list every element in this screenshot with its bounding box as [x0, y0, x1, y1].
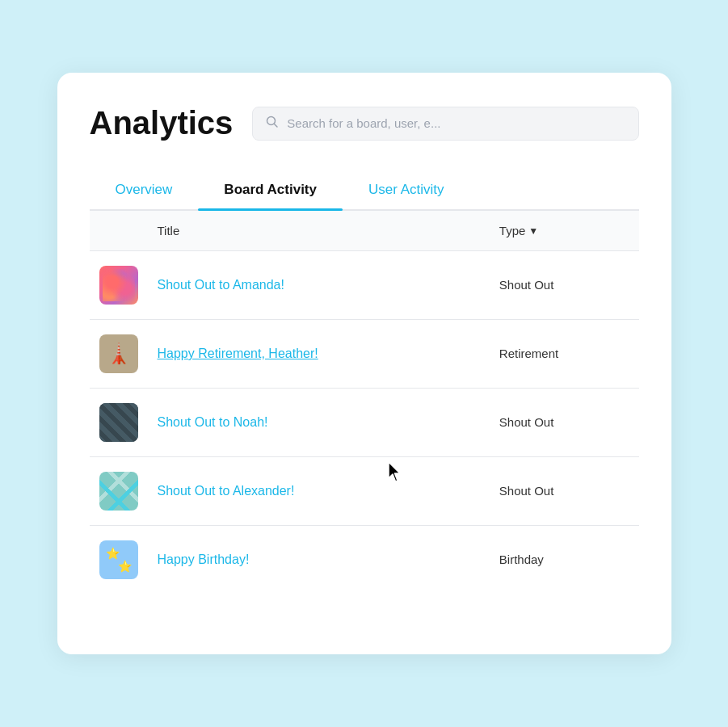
board-link-heather[interactable]: Happy Retirement, Heather! — [158, 347, 318, 360]
type-cell-1: Shout Out — [490, 251, 639, 320]
tab-user-activity[interactable]: User Activity — [343, 170, 470, 209]
board-link-noah[interactable]: Shout Out to Noah! — [158, 415, 268, 429]
search-placeholder: Search for a board, user, e... — [287, 116, 440, 130]
type-cell-5: Birthday — [490, 526, 639, 595]
tab-overview[interactable]: Overview — [90, 170, 199, 209]
table-row: Happy Retirement, Heather! Retirement — [90, 320, 639, 389]
title-cell-3: Shout Out to Noah! — [148, 389, 490, 457]
tabs-container: Overview Board Activity User Activity — [90, 170, 639, 211]
board-link-amanda[interactable]: Shout Out to Amanda! — [158, 278, 284, 292]
type-label: Type — [499, 224, 526, 237]
board-thumbnail-birthday — [99, 540, 138, 579]
activity-table: Title Type ▼ Shout Out to Amanda! — [90, 211, 639, 594]
thumb-cell — [90, 457, 148, 526]
type-cell-3: Shout Out — [490, 389, 639, 457]
thumb-cell — [90, 389, 148, 457]
board-thumbnail-noah — [99, 403, 138, 442]
tab-board-activity[interactable]: Board Activity — [198, 170, 343, 209]
table-header-row: Title Type ▼ — [90, 211, 639, 251]
page-title: Analytics — [90, 105, 234, 141]
board-link-birthday[interactable]: Happy Birthday! — [158, 553, 250, 566]
title-cell-2: Happy Retirement, Heather! — [148, 320, 490, 389]
title-cell-4: Shout Out to Alexander! — [148, 457, 490, 526]
table-row: Happy Birthday! Birthday — [90, 526, 639, 595]
svg-line-1 — [275, 124, 278, 127]
table-row: Shout Out to Alexander! Shout Out — [90, 457, 639, 526]
type-cell-2: Retirement — [490, 320, 639, 389]
col-header-type[interactable]: Type ▼ — [490, 211, 639, 251]
col-header-title: Title — [148, 211, 490, 251]
header: Analytics Search for a board, user, e... — [90, 105, 639, 141]
type-cell-4: Shout Out — [490, 457, 639, 526]
board-link-alexander[interactable]: Shout Out to Alexander! — [158, 484, 295, 498]
thumb-cell — [90, 526, 148, 595]
title-cell-5: Happy Birthday! — [148, 526, 490, 595]
board-thumbnail-amanda — [99, 266, 138, 305]
table-row: Shout Out to Amanda! Shout Out — [90, 251, 639, 320]
table-row: Shout Out to Noah! Shout Out — [90, 389, 639, 457]
main-card: Analytics Search for a board, user, e...… — [57, 73, 671, 654]
thumb-cell — [90, 320, 148, 389]
search-icon — [266, 116, 279, 132]
sort-icon: ▼ — [528, 225, 538, 237]
search-bar[interactable]: Search for a board, user, e... — [252, 107, 638, 141]
title-cell-1: Shout Out to Amanda! — [148, 251, 490, 320]
thumb-cell — [90, 251, 148, 320]
col-header-thumb — [90, 211, 148, 251]
board-thumbnail-heather — [99, 334, 138, 373]
board-thumbnail-alexander — [99, 472, 138, 511]
